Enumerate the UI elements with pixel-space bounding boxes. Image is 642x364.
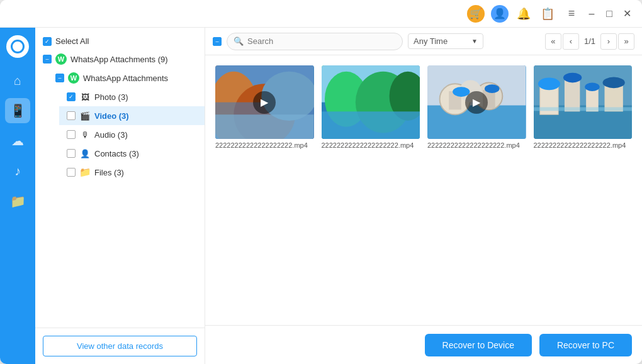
whatsapp-9-label: WhatsApp Attachments (9) — [70, 55, 168, 64]
media-filename: 22222222222222222222.mp4 — [427, 141, 526, 149]
next-page-button[interactable]: › — [600, 33, 617, 50]
chevron-down-icon: ▼ — [471, 38, 478, 45]
search-icon: 🔍 — [234, 36, 244, 46]
last-page-button[interactable]: » — [618, 33, 634, 50]
select-all-item[interactable]: ✓ Select All — [35, 33, 205, 50]
window-controls: – □ ✕ — [584, 6, 634, 21]
media-filename: 22222222222222222222.mp4 — [322, 141, 420, 149]
nav-folder[interactable]: 📁 — [5, 189, 30, 214]
media-filename: 22222222222222222222.mp4 — [215, 141, 314, 149]
play-button[interactable]: ▶ — [253, 91, 276, 114]
app-window: 🛒 👤 🔔 📋 ≡ – □ ✕ ⌂ 📱 ☁ ♪ 📁 — [0, 0, 642, 364]
page-info: 1/1 — [580, 36, 599, 46]
user-icon[interactable]: 👤 — [491, 5, 509, 23]
tree-content: ✓ Select All – W WhatsApp Attachments (9… — [35, 28, 205, 328]
cart-icon[interactable]: 🛒 — [467, 5, 485, 23]
search-box: 🔍 — [227, 33, 403, 50]
svg-point-24 — [538, 78, 560, 91]
view-other-button[interactable]: View other data records — [43, 336, 197, 356]
select-all-label: Select All — [55, 36, 89, 46]
files-label: Files (3) — [94, 168, 124, 177]
files-item[interactable]: 📁 Files (3) — [59, 163, 205, 182]
title-bar: 🛒 👤 🔔 📋 ≡ – □ ✕ — [0, 0, 642, 28]
whatsapp-icon: W — [55, 53, 67, 65]
whatsapp-9-item[interactable]: – W WhatsApp Attachments (9) — [35, 50, 205, 69]
media-item: ▶ 22222222222222222222.mp4 — [215, 65, 314, 149]
play-button[interactable]: ▶ — [465, 91, 488, 114]
whatsapp-sub-label: WhatsApp Attachments — [83, 74, 168, 83]
svg-rect-5 — [215, 114, 314, 139]
contacts-item[interactable]: 👤 Contacts (3) — [59, 144, 205, 163]
recover-to-pc-button[interactable]: Recover to PC — [539, 334, 632, 356]
media-thumbnail[interactable] — [534, 65, 633, 139]
contacts-icon: 👤 — [79, 148, 91, 159]
whatsapp-sub-icon: W — [68, 72, 79, 84]
menu-icon[interactable]: ≡ — [563, 5, 580, 23]
media-thumbnail[interactable] — [322, 65, 420, 139]
media-filename: 22222222222222222222.mp4 — [534, 141, 633, 149]
pagination: « ‹ 1/1 › » — [545, 33, 634, 50]
svg-rect-11 — [322, 111, 420, 139]
video-item[interactable]: 🎬 Video (3) — [59, 106, 205, 125]
first-page-button[interactable]: « — [545, 33, 561, 50]
prev-page-button[interactable]: ‹ — [563, 33, 579, 50]
media-thumbnail[interactable]: ▶ — [215, 65, 314, 139]
audio-label: Audio (3) — [94, 130, 128, 140]
media-item: 22222222222222222222.mp4 — [322, 65, 420, 149]
whatsapp-sub-checkbox[interactable]: – — [55, 74, 64, 82]
svg-point-26 — [563, 73, 581, 83]
photo-item[interactable]: ✓ 🖼 Photo (3) — [59, 87, 205, 106]
photo-checkbox[interactable]: ✓ — [67, 92, 76, 101]
app-logo — [6, 35, 29, 58]
files-checkbox[interactable] — [67, 168, 76, 177]
search-input[interactable] — [247, 36, 396, 46]
photo-label: Photo (3) — [94, 92, 128, 102]
content-area: – 🔍 Any Time ▼ « ‹ 1/1 › » — [205, 28, 642, 364]
nav-music[interactable]: ♪ — [5, 158, 30, 184]
media-thumbnail[interactable]: ▶ — [427, 65, 526, 139]
svg-point-28 — [585, 82, 599, 91]
nav-sidebar: ⌂ 📱 ☁ ♪ 📁 — [0, 28, 35, 364]
video-icon: 🎬 — [79, 110, 91, 121]
video-checkbox[interactable] — [67, 111, 76, 120]
audio-icon: 🎙 — [79, 129, 91, 140]
svg-rect-31 — [534, 108, 633, 111]
whatsapp-9-checkbox[interactable]: – — [43, 55, 52, 63]
content-toolbar: – 🔍 Any Time ▼ « ‹ 1/1 › » — [205, 28, 642, 55]
video-label: Video (3) — [94, 111, 129, 121]
recover-to-device-button[interactable]: Recover to Device — [425, 334, 532, 356]
contacts-checkbox[interactable] — [67, 149, 76, 158]
tree-bottom: View other data records — [35, 328, 205, 364]
nav-cloud[interactable]: ☁ — [5, 128, 30, 153]
audio-checkbox[interactable] — [67, 130, 76, 139]
bottom-bar: Recover to Device Recover to PC — [205, 325, 642, 364]
clipboard-icon[interactable]: 📋 — [539, 5, 556, 23]
svg-point-20 — [485, 84, 499, 93]
media-item: ▶ 22222222222222222222.mp4 — [427, 65, 526, 149]
title-bar-icons: 🛒 👤 🔔 📋 ≡ — [467, 5, 580, 23]
time-filter-label: Any Time — [414, 36, 448, 46]
bell-icon[interactable]: 🔔 — [515, 5, 532, 23]
tree-sidebar: ✓ Select All – W WhatsApp Attachments (9… — [35, 28, 205, 364]
svg-point-30 — [602, 77, 624, 89]
svg-rect-25 — [564, 78, 579, 112]
maximize-button[interactable]: □ — [602, 6, 617, 21]
whatsapp-sub-item[interactable]: – W WhatsApp Attachments — [48, 69, 205, 87]
photo-icon: 🖼 — [79, 91, 91, 102]
content-grid: ▶ 22222222222222222222.mp4 — [205, 55, 642, 325]
media-grid: ▶ 22222222222222222222.mp4 — [215, 65, 632, 149]
minimize-button[interactable]: – — [584, 6, 599, 21]
toolbar-select-all-checkbox[interactable]: – — [213, 37, 222, 46]
files-icon: 📁 — [79, 167, 91, 178]
contacts-label: Contacts (3) — [94, 149, 139, 158]
main-layout: ⌂ 📱 ☁ ♪ 📁 ✓ Select All – W Wha — [0, 28, 642, 364]
nav-home[interactable]: ⌂ — [5, 68, 30, 93]
media-item: 22222222222222222222.mp4 — [534, 65, 633, 149]
nav-phone[interactable]: 📱 — [5, 98, 30, 123]
audio-item[interactable]: 🎙 Audio (3) — [59, 125, 205, 144]
logo-inner — [11, 40, 25, 53]
close-button[interactable]: ✕ — [619, 6, 634, 21]
select-all-checkbox[interactable]: ✓ — [43, 37, 52, 46]
time-filter-dropdown[interactable]: Any Time ▼ — [408, 33, 483, 49]
